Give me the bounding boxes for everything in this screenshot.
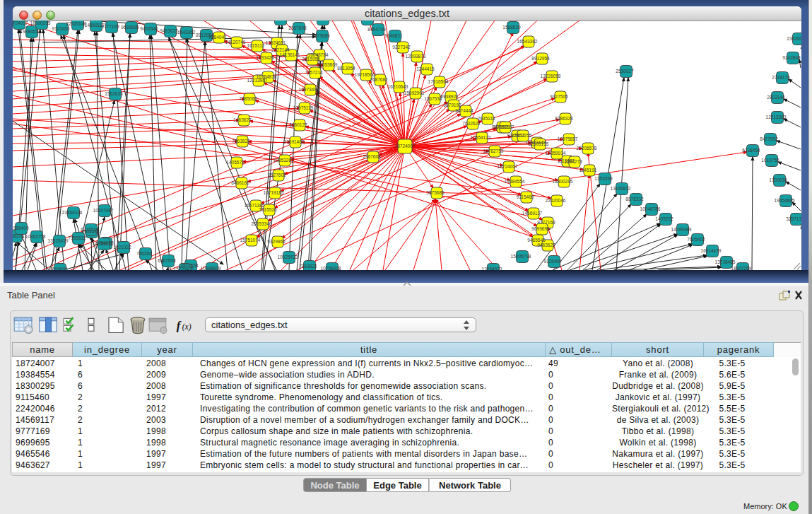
svg-text:18724007: 18724007 <box>13 21 28 25</box>
svg-text:17359914: 17359914 <box>546 151 566 156</box>
svg-text:17957255: 17957255 <box>512 133 532 138</box>
svg-text:8186328: 8186328 <box>357 21 375 21</box>
svg-text:8427552: 8427552 <box>760 136 778 141</box>
svg-text:9227342: 9227342 <box>392 45 411 49</box>
svg-text:1538220: 1538220 <box>13 233 24 238</box>
svg-text:3267130: 3267130 <box>786 216 801 221</box>
svg-text:9465546: 9465546 <box>527 238 546 243</box>
svg-text:9115460: 9115460 <box>544 259 562 264</box>
svg-text:19384554: 19384554 <box>505 179 525 184</box>
svg-text:18724007: 18724007 <box>498 164 518 169</box>
svg-text:9329966: 9329966 <box>267 239 286 244</box>
svg-text:1615112: 1615112 <box>247 43 265 48</box>
svg-text:9463627: 9463627 <box>537 243 555 247</box>
svg-text:10853287: 10853287 <box>273 158 294 163</box>
svg-text:8912954: 8912954 <box>531 56 550 61</box>
svg-text:1621022: 1621022 <box>113 245 131 250</box>
svg-text:1353359: 1353359 <box>594 176 613 181</box>
svg-text:17016504: 17016504 <box>428 79 449 84</box>
svg-text:20053346: 20053346 <box>252 221 272 226</box>
svg-text:10807487: 10807487 <box>93 208 114 213</box>
svg-text:1700634: 1700634 <box>769 177 787 182</box>
svg-text:15751074: 15751074 <box>240 238 261 243</box>
svg-text:(x): (x) <box>182 322 192 332</box>
svg-text:1733426: 1733426 <box>256 55 274 60</box>
svg-text:22420046: 22420046 <box>66 21 87 26</box>
svg-text:16914479: 16914479 <box>701 248 722 253</box>
svg-text:16782759: 16782759 <box>483 148 504 153</box>
svg-text:15495798: 15495798 <box>511 254 531 259</box>
svg-text:14136141: 14136141 <box>280 52 300 57</box>
svg-text:1493222: 1493222 <box>655 216 673 221</box>
svg-text:14099489: 14099489 <box>671 227 692 232</box>
svg-text:14120746: 14120746 <box>225 40 246 45</box>
svg-text:20206578: 20206578 <box>577 146 597 151</box>
svg-text:10958107: 10958107 <box>494 124 514 129</box>
svg-text:7663822: 7663822 <box>232 139 250 144</box>
svg-text:2530027: 2530027 <box>616 69 634 74</box>
svg-text:12975115: 12975115 <box>293 105 314 110</box>
svg-text:1562635: 1562635 <box>105 91 123 96</box>
svg-text:8938921: 8938921 <box>440 94 459 99</box>
svg-text:18724007: 18724007 <box>395 144 416 148</box>
svg-text:2718179: 2718179 <box>772 75 790 80</box>
svg-text:1010755: 1010755 <box>761 158 779 163</box>
svg-text:9115460: 9115460 <box>517 194 534 199</box>
svg-text:2935114: 2935114 <box>478 116 495 121</box>
svg-text:12093873: 12093873 <box>406 54 426 59</box>
svg-text:8186328: 8186328 <box>555 116 573 121</box>
svg-text:1244415: 1244415 <box>416 66 435 71</box>
svg-text:20691406: 20691406 <box>284 139 305 144</box>
svg-text:1527602: 1527602 <box>268 173 286 177</box>
svg-text:1405572: 1405572 <box>226 160 245 165</box>
svg-text:7357214: 7357214 <box>305 70 323 75</box>
svg-text:10975887: 10975887 <box>558 136 578 141</box>
svg-text:9465546: 9465546 <box>140 26 158 31</box>
svg-text:7485063: 7485063 <box>239 96 257 101</box>
svg-text:9699695: 9699695 <box>531 226 550 231</box>
svg-text:7955812: 7955812 <box>68 235 86 240</box>
svg-text:7625402: 7625402 <box>687 237 705 242</box>
svg-text:9115460: 9115460 <box>52 26 70 31</box>
svg-text:14569117: 14569117 <box>522 211 543 216</box>
svg-text:13226058: 13226058 <box>541 74 561 78</box>
svg-text:2967608: 2967608 <box>363 154 381 159</box>
svg-text:9777169: 9777169 <box>537 220 555 225</box>
svg-text:746266: 746266 <box>136 251 152 256</box>
svg-text:3875685: 3875685 <box>426 190 445 195</box>
svg-text:13325419: 13325419 <box>48 238 69 243</box>
svg-text:18300295: 18300295 <box>553 179 573 184</box>
svg-text:13716485: 13716485 <box>715 259 736 264</box>
svg-text:16543362: 16543362 <box>517 39 538 44</box>
svg-text:1145191: 1145191 <box>579 168 597 173</box>
svg-text:19218506: 19218506 <box>355 72 375 77</box>
svg-text:10025433: 10025433 <box>278 255 298 259</box>
svg-text:1294273: 1294273 <box>564 159 582 164</box>
svg-text:3215955: 3215955 <box>302 57 320 62</box>
svg-text:9146821: 9146821 <box>384 33 403 38</box>
svg-text:10654122: 10654122 <box>471 135 491 140</box>
svg-text:2967608: 2967608 <box>288 25 307 30</box>
svg-text:9327505: 9327505 <box>312 21 331 21</box>
svg-text:1886409: 1886409 <box>13 226 29 230</box>
svg-text:2687682: 2687682 <box>370 77 388 82</box>
svg-text:6216049: 6216049 <box>81 227 99 232</box>
svg-text:13226058: 13226058 <box>269 21 290 21</box>
svg-text:12213967: 12213967 <box>247 78 268 83</box>
svg-text:7632621: 7632621 <box>462 121 481 126</box>
svg-text:9884047: 9884047 <box>208 35 227 40</box>
svg-text:10961758: 10961758 <box>25 234 46 239</box>
svg-text:12213383: 12213383 <box>766 115 787 119</box>
svg-text:3875685: 3875685 <box>312 33 330 38</box>
svg-text:22420046: 22420046 <box>546 198 566 203</box>
svg-text:16210643: 16210643 <box>388 84 408 89</box>
svg-text:1463627: 1463627 <box>233 117 252 122</box>
svg-text:8878332: 8878332 <box>625 197 644 201</box>
svg-text:19384554: 19384554 <box>20 29 41 34</box>
svg-text:9699695: 9699695 <box>121 25 139 30</box>
svg-text:6487508: 6487508 <box>158 258 176 263</box>
svg-text:10973493: 10973493 <box>299 87 319 92</box>
svg-text:19654885: 19654885 <box>775 198 795 203</box>
svg-text:7515526: 7515526 <box>259 207 277 212</box>
svg-text:9474444: 9474444 <box>455 108 473 113</box>
